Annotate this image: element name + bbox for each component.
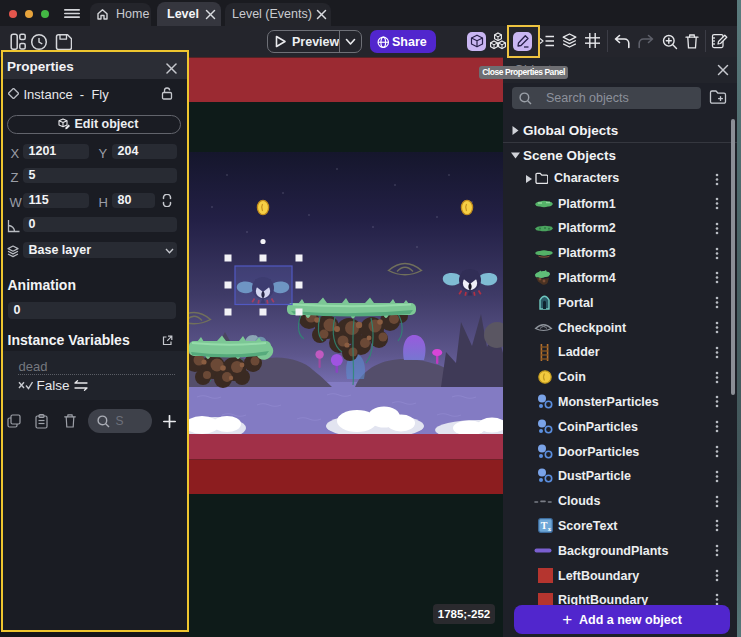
svg-text:T: T (541, 519, 548, 530)
svg-text:1785;-252: 1785;-252 (438, 608, 490, 620)
